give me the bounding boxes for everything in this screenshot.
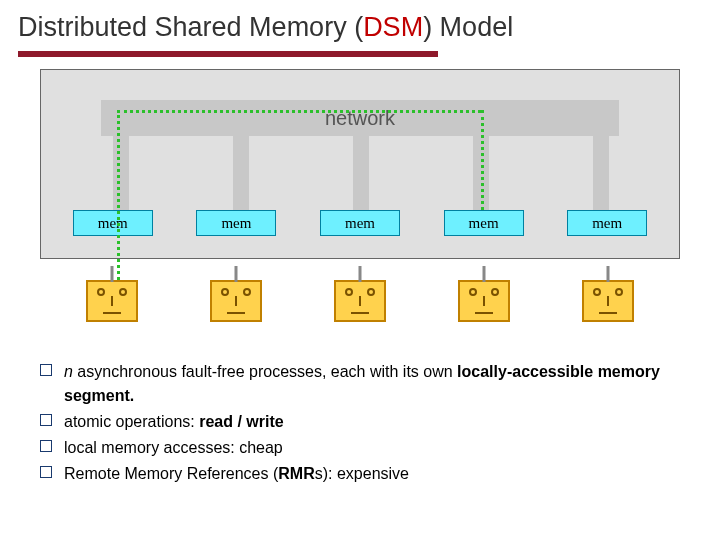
mem-row: mem mem mem mem mem: [41, 210, 679, 236]
proc-connector: [111, 266, 114, 282]
proc-connector: [235, 266, 238, 282]
mem-label: mem: [469, 215, 499, 232]
network-connector: [113, 136, 129, 210]
bullet-box-icon: [40, 466, 52, 478]
network-connector: [353, 136, 369, 210]
mem-box: mem: [320, 210, 400, 236]
bullet-text: local memory accesses: cheap: [64, 436, 283, 460]
mem-box: mem: [73, 210, 153, 236]
bullet-list: n asynchronous fault-free processes, eac…: [40, 360, 700, 488]
title-post: ) Model: [423, 12, 513, 42]
network-connector: [473, 136, 489, 210]
slide-title: Distributed Shared Memory (DSM) Model: [0, 0, 720, 51]
proc-connector: [483, 266, 486, 282]
proc-connector: [359, 266, 362, 282]
mem-box: mem: [444, 210, 524, 236]
bullet-box-icon: [40, 364, 52, 376]
process-face-icon: [86, 280, 138, 322]
list-item: n asynchronous fault-free processes, eac…: [40, 360, 700, 408]
bullet-box-icon: [40, 440, 52, 452]
network-connector: [233, 136, 249, 210]
bullet-box-icon: [40, 414, 52, 426]
process-face-icon: [210, 280, 262, 322]
bullet-text: Remote Memory References (RMRs): expensi…: [64, 462, 409, 486]
mem-box: mem: [567, 210, 647, 236]
title-dsm: DSM: [363, 12, 423, 42]
network-bar: network: [101, 100, 619, 136]
list-item: atomic operations: read / write: [40, 410, 700, 434]
mem-label: mem: [221, 215, 251, 232]
process-row: [40, 280, 680, 322]
bullet-text: n asynchronous fault-free processes, eac…: [64, 360, 700, 408]
list-item: Remote Memory References (RMRs): expensi…: [40, 462, 700, 486]
diagram-container: network mem mem mem mem mem: [40, 69, 680, 259]
mem-label: mem: [592, 215, 622, 232]
network-label: network: [325, 107, 395, 130]
process-face-icon: [582, 280, 634, 322]
mem-label: mem: [345, 215, 375, 232]
title-pre: Distributed Shared Memory (: [18, 12, 363, 42]
mem-label: mem: [98, 215, 128, 232]
process-face-icon: [458, 280, 510, 322]
list-item: local memory accesses: cheap: [40, 436, 700, 460]
bullet-text: atomic operations: read / write: [64, 410, 284, 434]
title-underline: [18, 51, 438, 57]
process-face-icon: [334, 280, 386, 322]
network-connector: [593, 136, 609, 210]
mem-box: mem: [196, 210, 276, 236]
proc-connector: [607, 266, 610, 282]
